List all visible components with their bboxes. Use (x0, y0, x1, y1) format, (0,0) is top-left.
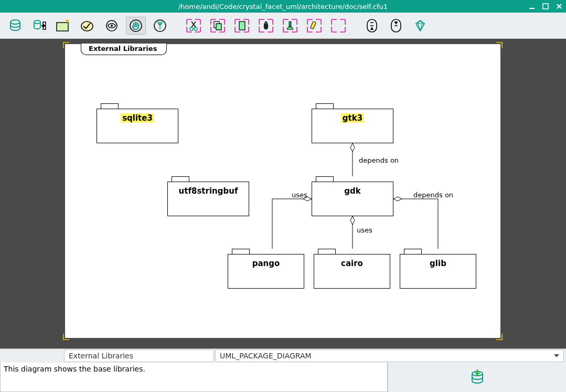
element-type-select[interactable]: UML_PACKAGE_DIAGRAM (215, 349, 564, 362)
maximize-button[interactable] (542, 3, 549, 10)
svg-rect-19 (289, 22, 291, 27)
corner-mark-icon (63, 42, 71, 50)
svg-point-4 (10, 20, 20, 24)
svg-point-11 (111, 25, 113, 27)
svg-marker-26 (350, 216, 355, 225)
commit-button[interactable] (388, 363, 566, 392)
package-gtk3[interactable]: gtk3 (312, 109, 393, 143)
svg-rect-1 (543, 4, 548, 9)
bookmark-icon[interactable] (280, 17, 300, 35)
svg-point-14 (190, 27, 193, 30)
new-window-icon[interactable] (54, 17, 73, 35)
package-label: sqlite3 (121, 113, 154, 123)
element-name-value: External Libraries (69, 352, 133, 360)
window-controls (528, 0, 563, 13)
element-type-value: UML_PACKAGE_DIAGRAM (220, 352, 312, 360)
relationship-label[interactable]: uses (292, 191, 307, 199)
diagram-frame-title-label: External Libraries (89, 45, 157, 52)
main-toolbar (0, 13, 566, 39)
svg-point-5 (34, 20, 40, 24)
package-label: utf8stringbuf (179, 186, 238, 196)
package-glib[interactable]: glib (400, 254, 476, 289)
package-pango[interactable]: pango (228, 254, 304, 289)
reset-select-icon[interactable] (328, 17, 348, 35)
minimize-button[interactable] (528, 3, 536, 10)
package-label: pango (252, 259, 280, 268)
svg-marker-28 (393, 197, 402, 201)
undo-icon[interactable] (362, 17, 382, 35)
sprout-icon[interactable] (150, 17, 170, 35)
svg-point-15 (194, 27, 197, 30)
diagram-frame-title[interactable]: External Libraries (81, 44, 167, 55)
svg-rect-7 (57, 23, 68, 31)
property-editor: External Libraries UML_PACKAGE_DIAGRAM T… (0, 348, 566, 392)
view-icon[interactable] (102, 17, 122, 35)
corner-mark-icon (494, 42, 503, 50)
cut-icon[interactable] (184, 17, 204, 35)
corner-mark-icon (63, 332, 71, 340)
window-title: /home/andi/Code/crystal_facet_uml/archit… (178, 3, 388, 10)
svg-rect-18 (239, 22, 245, 30)
svg-rect-20 (310, 21, 316, 29)
package-sqlite3[interactable]: sqlite3 (97, 109, 178, 143)
element-name-input[interactable]: External Libraries (64, 349, 214, 362)
diagram-area: External Libraries depends on uses uses … (0, 39, 566, 348)
element-description-value: This diagram shows the base libraries. (4, 365, 145, 373)
relationship-label[interactable]: depends on (359, 156, 399, 164)
package-utf8stringbuf[interactable]: utf8stringbuf (167, 182, 249, 216)
package-label: glib (430, 259, 446, 268)
new-diagram-icon[interactable] (78, 17, 98, 35)
diamond-icon[interactable] (410, 17, 430, 35)
delete-icon[interactable] (256, 17, 276, 35)
hand-tool-icon[interactable] (126, 17, 146, 35)
database-commit-icon (470, 369, 485, 385)
copy-icon[interactable] (208, 17, 228, 35)
close-button[interactable] (556, 3, 563, 10)
relationship-label[interactable]: depends on (413, 191, 453, 199)
highlight-icon[interactable] (304, 17, 324, 35)
package-cairo[interactable]: cairo (314, 254, 390, 289)
diagram-canvas[interactable]: External Libraries depends on uses uses … (65, 44, 500, 338)
window-titlebar: /home/andi/Code/crystal_facet_uml/archit… (0, 0, 566, 13)
paste-icon[interactable] (232, 17, 252, 35)
package-label: cairo (341, 259, 363, 268)
package-label: gtk3 (341, 113, 364, 123)
database-icon[interactable] (5, 17, 25, 35)
corner-mark-icon (494, 332, 503, 340)
svg-marker-24 (350, 143, 355, 152)
package-gdk[interactable]: gdk (312, 182, 393, 216)
export-icon[interactable] (29, 17, 49, 35)
element-description-input[interactable]: This diagram shows the base libraries. (0, 363, 388, 392)
redo-icon[interactable] (386, 17, 406, 35)
relationship-label[interactable]: uses (357, 226, 372, 234)
package-label: gdk (344, 186, 360, 196)
svg-rect-17 (216, 24, 221, 30)
